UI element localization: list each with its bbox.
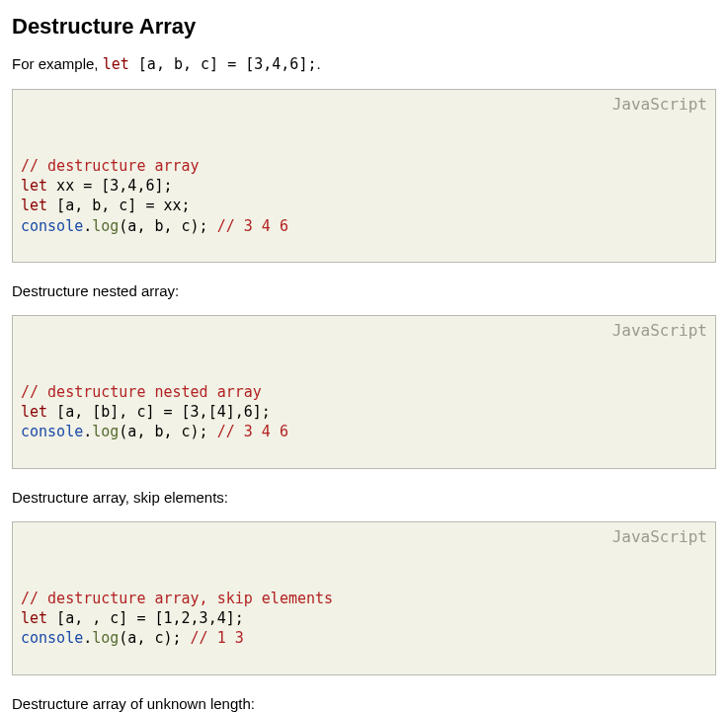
paragraph-unknown: Destructure array of unknown length: (12, 693, 716, 713)
code-content: // destructure array let xx = [3,4,6]; l… (21, 156, 707, 236)
paragraph-nested: Destructure nested array: (12, 280, 716, 301)
intro-paragraph: For example, let [a, b, c] = [3,4,6];. (12, 53, 716, 75)
intro-prefix: For example, (12, 55, 103, 72)
code-block-2: JavaScript // destructure nested array l… (12, 315, 716, 469)
code-block-1: JavaScript // destructure array let xx =… (12, 89, 716, 263)
page-title: Destructure Array (12, 14, 716, 40)
code-content: // destructure nested array let [a, [b],… (21, 382, 707, 442)
code-lang-label: JavaScript (612, 320, 707, 342)
code-content: // destructure array, skip elements let … (21, 589, 707, 649)
code-block-3: JavaScript // destructure array, skip el… (12, 521, 716, 675)
intro-suffix: . (316, 55, 320, 72)
paragraph-skip: Destructure array, skip elements: (12, 487, 716, 508)
code-lang-label: JavaScript (612, 526, 707, 548)
intro-code: let [a, b, c] = [3,4,6]; (103, 55, 317, 73)
code-lang-label: JavaScript (612, 94, 707, 116)
